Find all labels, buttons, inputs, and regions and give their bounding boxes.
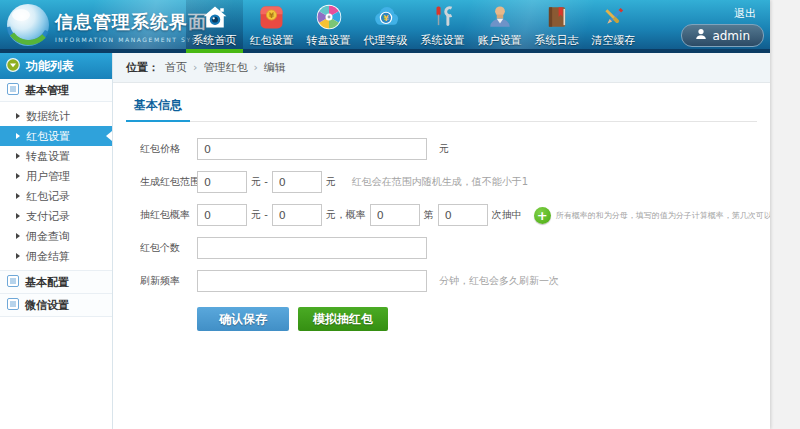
sidebar-section-basic-config[interactable]: 基本配置 xyxy=(0,271,112,294)
simulate-draw-button[interactable]: 模拟抽红包 xyxy=(298,307,388,331)
arrow-right-icon xyxy=(16,233,20,239)
nav-tab-wheel-settings[interactable]: 转盘设置 xyxy=(300,0,357,53)
breadcrumb-current: 编辑 xyxy=(264,60,286,75)
sidebar: 功能列表 基本管理 数据统计 红包设置 xyxy=(0,53,113,429)
tab-bar: 基本信息 xyxy=(126,93,757,122)
breadcrumb: 位置： 首页 › 管理红包 › 编辑 xyxy=(113,53,770,83)
nav-tab-clear-cache[interactable]: 清空缓存 xyxy=(585,0,642,53)
nav-tab-home[interactable]: 系统首页 xyxy=(186,0,243,53)
form-row-price: 红包价格 元 xyxy=(140,138,757,160)
add-probability-button[interactable]: + xyxy=(534,207,551,224)
arrow-right-icon xyxy=(16,193,20,199)
sidebar-item-redpacket-records[interactable]: 红包记录 xyxy=(0,186,112,206)
nav-label: 红包设置 xyxy=(250,33,294,48)
section-label: 基本配置 xyxy=(25,275,69,290)
nav-tab-account-settings[interactable]: 账户设置 xyxy=(471,0,528,53)
arrow-right-icon xyxy=(16,153,20,159)
price-label: 红包价格 xyxy=(140,142,197,156)
clear-cache-icon xyxy=(600,3,627,31)
range-separator: 元 - xyxy=(251,175,268,189)
prob-times-input[interactable] xyxy=(438,204,488,226)
username: admin xyxy=(712,29,750,43)
sidebar-title: 功能列表 xyxy=(26,58,74,75)
svg-text:¥: ¥ xyxy=(269,10,275,19)
item-label: 数据统计 xyxy=(26,109,70,124)
sidebar-section-basic-management[interactable]: 基本管理 xyxy=(0,79,112,102)
range-label: 生成红包范围 xyxy=(140,175,197,189)
item-label: 用户管理 xyxy=(26,169,70,184)
item-label: 红包记录 xyxy=(26,189,70,204)
sidebar-item-commission-settlement[interactable]: 佣金结算 xyxy=(0,246,112,266)
price-unit: 元 xyxy=(439,142,449,156)
range-max-input[interactable] xyxy=(272,171,322,193)
agent-level-icon: ¥ xyxy=(372,3,400,31)
range-hint: 红包会在范围内随机生成，值不能小于1 xyxy=(352,175,528,189)
item-label: 红包设置 xyxy=(26,129,70,144)
nav-tab-agent-level[interactable]: ¥ 代理等级 xyxy=(357,0,414,53)
item-label: 佣金查询 xyxy=(26,229,70,244)
nav-label: 清空缓存 xyxy=(592,33,636,48)
item-label: 支付记录 xyxy=(26,209,70,224)
nav-tab-system-settings[interactable]: 系统设置 xyxy=(414,0,471,53)
sidebar-item-commission-query[interactable]: 佣金查询 xyxy=(0,226,112,246)
red-envelope-icon: ¥ xyxy=(258,3,285,31)
sidebar-item-wheel-settings[interactable]: 转盘设置 xyxy=(0,146,112,166)
sidebar-item-user-management[interactable]: 用户管理 xyxy=(0,166,112,186)
prob-separator-1: 元 - xyxy=(251,208,268,222)
prob-min-input[interactable] xyxy=(197,204,247,226)
nav-tab-system-log[interactable]: 系统日志 xyxy=(528,0,585,53)
sidebar-header[interactable]: 功能列表 xyxy=(0,53,112,79)
header: 信息管理系统界面 INFORMATION MANAGEMENT SYSTEM G… xyxy=(0,0,770,53)
sidebar-item-redpacket-settings[interactable]: 红包设置 xyxy=(0,126,112,146)
count-label: 红包个数 xyxy=(140,241,197,255)
redpacket-form: 红包价格 元 生成红包范围 元 - 元 红包会在范围内随机生成，值不能小于1 抽… xyxy=(126,138,757,331)
wheel-icon xyxy=(315,3,343,31)
probability-label: 抽红包概率 xyxy=(140,208,197,222)
prob-rate-input[interactable] xyxy=(370,204,420,226)
arrow-right-icon xyxy=(16,173,20,179)
breadcrumb-home[interactable]: 首页 xyxy=(165,60,187,75)
nav-label: 系统首页 xyxy=(193,33,237,48)
sidebar-section-wechat-settings[interactable]: 微信设置 xyxy=(0,294,112,317)
log-book-icon xyxy=(544,3,570,31)
nav-tab-redpacket-settings[interactable]: ¥ 红包设置 xyxy=(243,0,300,53)
sidebar-item-payment-records[interactable]: 支付记录 xyxy=(0,206,112,226)
nav-label: 系统设置 xyxy=(421,33,465,48)
app-window: 信息管理系统界面 INFORMATION MANAGEMENT SYSTEM G… xyxy=(0,0,770,429)
refresh-hint: 分钟，红包会多久刷新一次 xyxy=(439,274,559,288)
form-row-count: 红包个数 xyxy=(140,237,757,259)
confirm-save-button[interactable]: 确认保存 xyxy=(197,307,289,331)
logout-link[interactable]: 退出 xyxy=(734,6,756,21)
breadcrumb-separator: › xyxy=(253,61,257,74)
tools-icon xyxy=(430,3,456,31)
item-label: 佣金结算 xyxy=(26,249,70,264)
prob-max-input[interactable] xyxy=(272,204,322,226)
prob-separator-3: 第 xyxy=(424,208,434,222)
header-right: 退出 admin xyxy=(681,0,764,47)
collapse-toggle-icon xyxy=(6,58,20,75)
count-input[interactable] xyxy=(197,237,427,259)
account-icon xyxy=(487,3,513,31)
form-row-range: 生成红包范围 元 - 元 红包会在范围内随机生成，值不能小于1 xyxy=(140,171,757,193)
tab-basic-info[interactable]: 基本信息 xyxy=(126,93,190,122)
logo-sphere-icon xyxy=(5,2,51,52)
price-input[interactable] xyxy=(197,138,427,160)
section-label: 微信设置 xyxy=(25,298,69,313)
item-label: 转盘设置 xyxy=(26,149,70,164)
breadcrumb-prefix: 位置： xyxy=(126,60,159,75)
sidebar-item-data-stats[interactable]: 数据统计 xyxy=(0,106,112,126)
list-icon xyxy=(7,275,19,290)
range-min-input[interactable] xyxy=(197,171,247,193)
admin-user-button[interactable]: admin xyxy=(681,24,764,47)
form-panel: 基本信息 红包价格 元 生成红包范围 元 - 元 红包会在范围内随机生 xyxy=(113,83,770,331)
form-row-probability: 抽红包概率 元 - 元，概率 第 次抽中 + 所有概率的和为分母，填写的值为分子… xyxy=(140,204,757,226)
breadcrumb-separator: › xyxy=(193,61,197,74)
sidebar-menu: 数据统计 红包设置 转盘设置 用户管理 红包记录 xyxy=(0,102,112,271)
list-icon xyxy=(7,298,19,313)
nav-label: 代理等级 xyxy=(364,33,408,48)
form-row-refresh: 刷新频率 分钟，红包会多久刷新一次 xyxy=(140,270,757,292)
top-nav: 系统首页 ¥ 红包设置 xyxy=(186,0,642,53)
arrow-right-icon xyxy=(16,113,20,119)
breadcrumb-manage-redpacket[interactable]: 管理红包 xyxy=(203,60,247,75)
refresh-input[interactable] xyxy=(197,270,427,292)
